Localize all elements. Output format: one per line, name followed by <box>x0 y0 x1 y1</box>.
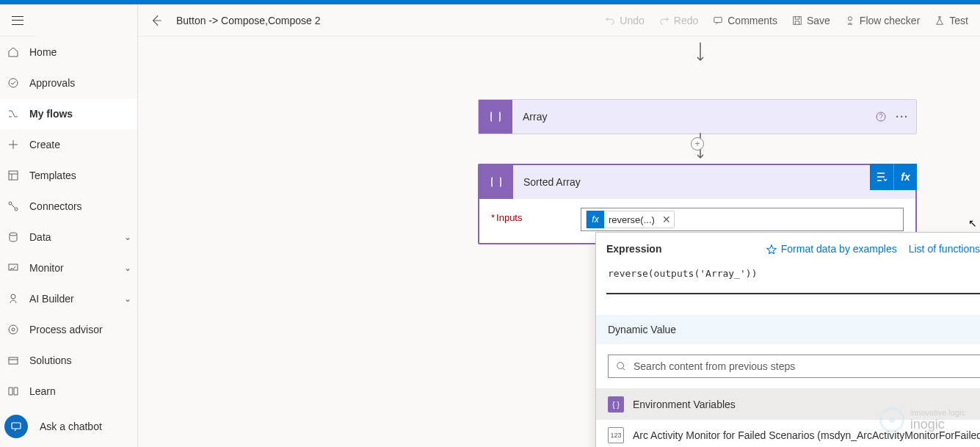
svg-rect-12 <box>794 16 802 24</box>
fx-toolbar: fx <box>870 164 917 190</box>
sidebar-item-connectors[interactable]: Connectors <box>0 191 137 222</box>
card-title: Sorted Array <box>523 176 915 188</box>
monitor-icon <box>6 261 21 275</box>
svg-point-8 <box>12 328 15 331</box>
redo-button[interactable]: Redo <box>659 15 698 26</box>
sidebar-item-ai-builder[interactable]: AI Builder ⌄ <box>0 283 137 314</box>
sidebar-item-templates[interactable]: Templates <box>0 160 137 191</box>
undo-button[interactable]: Undo <box>605 15 644 26</box>
expression-input[interactable]: reverse(outputs('Array_')) <box>606 265 980 294</box>
test-label: Test <box>949 15 968 26</box>
chevron-down-icon: ⌄ <box>124 263 131 273</box>
popup-tab-expression[interactable]: Expression <box>606 243 661 255</box>
toolbar-actions: Undo Redo Comments Save Flow checker <box>605 15 968 26</box>
chevron-down-icon: ⌄ <box>124 232 131 242</box>
comments-label: Comments <box>727 15 777 26</box>
svg-point-3 <box>15 208 18 211</box>
insert-step-button[interactable]: + <box>691 137 704 150</box>
sidebar-item-data[interactable]: Data ⌄ <box>0 222 137 252</box>
dynamic-content-list[interactable]: { } Environment Variables ⌃ 123 Arc Acti… <box>596 388 980 447</box>
learn-icon <box>6 384 21 399</box>
hamburger-button[interactable] <box>0 4 35 37</box>
solutions-icon <box>6 353 21 368</box>
card-header[interactable]: Array ··· <box>479 100 916 134</box>
nav-label: Data <box>29 231 115 243</box>
flow-checker-button[interactable]: Flow checker <box>845 15 920 26</box>
svg-point-13 <box>848 16 852 20</box>
more-icon[interactable]: ··· <box>896 111 909 123</box>
token-remove-button[interactable]: ✕ <box>659 214 674 225</box>
search-input[interactable]: Search content from previous steps <box>608 355 980 378</box>
format-data-link[interactable]: Format data by examples <box>766 243 897 255</box>
group-environment-variables[interactable]: { } Environment Variables ⌃ <box>596 389 980 420</box>
inputs-field[interactable]: fx reverse(...) ✕ <box>581 208 904 231</box>
nav-label: Monitor <box>29 262 115 274</box>
connectors-icon <box>6 199 21 214</box>
sidebar-item-my-flows[interactable]: My flows <box>0 98 137 129</box>
expression-button[interactable]: fx <box>893 164 917 190</box>
sidebar-item-create[interactable]: Create <box>0 129 137 160</box>
undo-label: Undo <box>620 15 644 26</box>
breadcrumb: Button -> Compose,Compose 2 <box>170 15 599 26</box>
hamburger-icon <box>12 16 23 25</box>
home-icon <box>6 45 21 59</box>
sidebar-item-monitor[interactable]: Monitor ⌄ <box>0 252 137 283</box>
right-content-area: Button -> Compose,Compose 2 Undo Redo Co… <box>138 4 980 447</box>
variable-icon: 123 <box>608 427 624 443</box>
nav-label: AI Builder <box>29 293 115 305</box>
svg-point-0 <box>9 79 18 87</box>
designer-toolbar: Button -> Compose,Compose 2 Undo Redo Co… <box>138 4 980 37</box>
back-button[interactable] <box>150 14 164 27</box>
dynamic-content-button[interactable] <box>870 164 893 190</box>
card-actions: ··· <box>875 111 916 123</box>
inputs-label: *Inputs <box>491 208 572 223</box>
flow-canvas[interactable]: Array ··· + <box>138 37 980 447</box>
help-icon[interactable] <box>875 111 887 123</box>
process-advisor-icon <box>6 322 21 337</box>
card-title: Array <box>523 111 865 123</box>
mouse-cursor: ↖ <box>968 217 977 229</box>
item-label: Arc Activity Monitor for Failed Scenario… <box>633 429 980 441</box>
flow-checker-label: Flow checker <box>860 15 920 26</box>
popup-header: Expression Format data by examples List … <box>596 233 980 265</box>
card-header[interactable]: Sorted Array fx <box>479 165 915 199</box>
templates-icon <box>6 168 21 183</box>
dynamic-value-section[interactable]: Dynamic Value ⌃ <box>596 315 980 344</box>
redo-label: Redo <box>674 15 698 26</box>
nav-label: Approvals <box>29 77 131 89</box>
sidebar-item-approvals[interactable]: Approvals <box>0 68 137 98</box>
nav-label: My flows <box>29 108 131 120</box>
save-label: Save <box>807 15 830 26</box>
action-card-array[interactable]: Array ··· <box>478 99 917 134</box>
expression-token[interactable]: fx reverse(...) ✕ <box>586 211 675 228</box>
sidebar-item-solutions[interactable]: Solutions <box>0 345 137 376</box>
nav-label: Templates <box>29 170 131 181</box>
test-button[interactable]: Test <box>934 15 968 26</box>
sidebar-item-learn[interactable]: Learn <box>0 376 137 406</box>
data-icon <box>6 230 21 244</box>
ai-builder-icon <box>6 291 21 306</box>
dynamic-content-item[interactable]: 123 Arc Activity Monitor for Failed Scen… <box>596 420 980 447</box>
approvals-icon <box>6 76 21 90</box>
sidebar-item-process-advisor[interactable]: Process advisor <box>0 314 137 345</box>
popup-links: Format data by examples List of function… <box>766 243 980 255</box>
list-of-functions-link[interactable]: List of functions <box>909 243 980 255</box>
compose-icon <box>479 165 513 199</box>
plus-icon <box>6 137 21 152</box>
fx-icon: fx <box>587 211 604 228</box>
group-label: Environment Variables <box>633 399 736 410</box>
ask-chatbot-button[interactable]: Ask a chatbot <box>0 406 137 447</box>
svg-point-4 <box>10 233 17 236</box>
nav-label: Process advisor <box>29 324 131 335</box>
nav-label: Solutions <box>29 355 131 366</box>
main-container: Home Approvals My flows Create <box>0 4 980 447</box>
save-button[interactable]: Save <box>792 15 830 26</box>
comments-button[interactable]: Comments <box>713 15 777 26</box>
sidebar-item-home[interactable]: Home <box>0 37 137 68</box>
search-area: Search content from previous steps <box>596 344 980 388</box>
env-var-icon: { } <box>608 396 624 413</box>
chatbot-label: Ask a chatbot <box>40 421 102 432</box>
svg-point-6 <box>11 294 15 299</box>
dynamic-value-label: Dynamic Value <box>608 324 676 335</box>
nav-label: Home <box>29 46 131 58</box>
